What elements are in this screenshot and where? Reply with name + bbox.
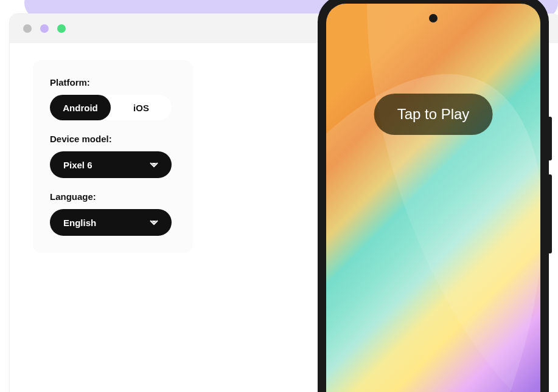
wallpaper-wave (326, 4, 540, 392)
window-control-zoom[interactable] (57, 24, 66, 33)
phone-side-button-power (549, 117, 552, 160)
language-selected: English (63, 218, 96, 228)
platform-option-ios[interactable]: iOS (111, 95, 172, 120)
device-model-selected: Pixel 6 (63, 160, 92, 170)
platform-option-android[interactable]: Android (50, 95, 111, 120)
phone-screen[interactable]: Tap to Play (326, 4, 540, 392)
chevron-down-icon (150, 219, 158, 225)
tap-to-play-button[interactable]: Tap to Play (374, 94, 493, 135)
phone-side-button-volume (549, 174, 552, 253)
platform-segmented-control: Android iOS (50, 95, 172, 120)
device-model-dropdown[interactable]: Pixel 6 (50, 151, 172, 178)
device-model-label: Device model: (50, 134, 176, 144)
chevron-down-icon (150, 162, 158, 168)
window-control-close[interactable] (23, 24, 32, 33)
phone-camera-notch (429, 14, 438, 22)
window-control-minimize[interactable] (40, 24, 49, 33)
phone-mockup-frame: Tap to Play (318, 0, 549, 392)
language-dropdown[interactable]: English (50, 209, 172, 236)
language-label: Language: (50, 191, 176, 202)
platform-label: Platform: (50, 77, 176, 88)
settings-panel: Platform: Android iOS Device model: Pixe… (33, 60, 193, 253)
